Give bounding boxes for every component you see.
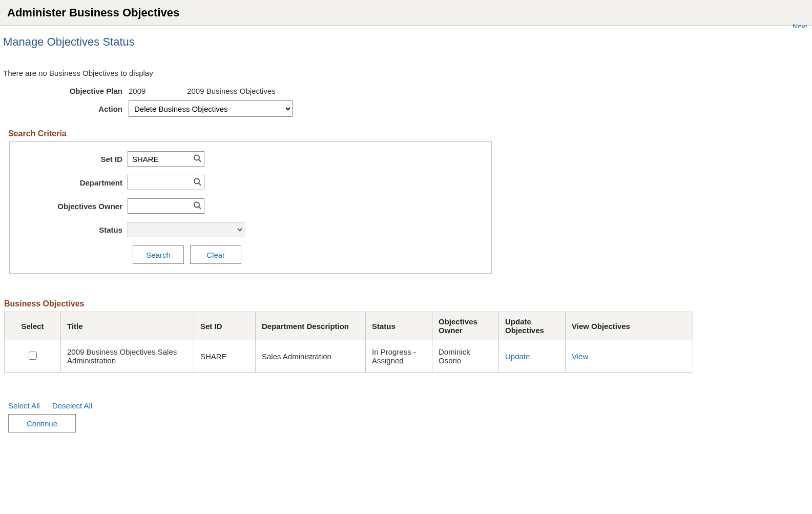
info-message: There are no Business Objectives to disp… xyxy=(3,68,809,87)
action-row: Action Delete Business Objectives xyxy=(3,100,809,117)
col-status: Status xyxy=(366,312,432,340)
view-link[interactable]: View xyxy=(572,352,588,361)
business-objectives-heading: Business Objectives xyxy=(4,299,809,309)
table-row: 2009 Business Objectives Sales Administr… xyxy=(5,340,693,373)
status-label: Status xyxy=(16,225,128,234)
objective-plan-year: 2009 xyxy=(129,87,185,95)
page-subtitle: Manage Objectives Status xyxy=(3,26,809,52)
status-select[interactable] xyxy=(128,222,244,237)
row-title: 2009 Business Objectives Sales Administr… xyxy=(61,340,194,373)
col-setid: Set ID xyxy=(194,312,256,340)
page-header: Administer Business Objectives xyxy=(0,0,812,26)
row-dept: Sales Administration xyxy=(256,340,366,373)
continue-button[interactable]: Continue xyxy=(8,414,76,433)
search-criteria-heading: Search Criteria xyxy=(8,129,809,138)
objective-plan-name: 2009 Business Objectives xyxy=(187,87,276,95)
table-header-row: Select Title Set ID Department Descripti… xyxy=(5,312,693,340)
row-select-checkbox[interactable] xyxy=(29,352,37,360)
objective-plan-row: Objective Plan 2009 2009 Business Object… xyxy=(3,87,809,95)
row-owner: Dominick Osorio xyxy=(432,340,499,373)
col-select: Select xyxy=(5,312,61,340)
department-label: Department xyxy=(16,178,128,187)
col-view: View Objectives xyxy=(566,312,693,340)
select-all-link[interactable]: Select All xyxy=(8,401,40,410)
col-owner: Objectives Owner xyxy=(432,312,499,340)
row-setid: SHARE xyxy=(194,340,256,373)
setid-label: Set ID xyxy=(16,155,128,163)
results-table: Select Title Set ID Department Descripti… xyxy=(4,312,693,373)
row-status: In Progress - Assigned xyxy=(366,340,432,373)
new-link[interactable]: New xyxy=(793,23,807,28)
col-title: Title xyxy=(61,312,194,340)
search-button[interactable]: Search xyxy=(133,245,184,264)
col-update: Update Objectives xyxy=(499,312,566,340)
col-dept: Department Description xyxy=(256,312,366,340)
deselect-all-link[interactable]: Deselect All xyxy=(52,401,92,410)
page-title: Administer Business Objectives xyxy=(7,6,805,19)
search-criteria-box: Set ID Department Objectives Owner xyxy=(9,141,492,274)
department-input[interactable] xyxy=(128,175,204,190)
action-label: Action xyxy=(3,105,129,113)
owner-label: Objectives Owner xyxy=(16,202,128,211)
setid-input[interactable] xyxy=(128,151,204,167)
action-select[interactable]: Delete Business Objectives xyxy=(129,100,293,117)
clear-button[interactable]: Clear xyxy=(190,245,241,264)
update-link[interactable]: Update xyxy=(505,352,530,361)
owner-input[interactable] xyxy=(128,198,204,214)
objective-plan-label: Objective Plan xyxy=(3,87,129,95)
